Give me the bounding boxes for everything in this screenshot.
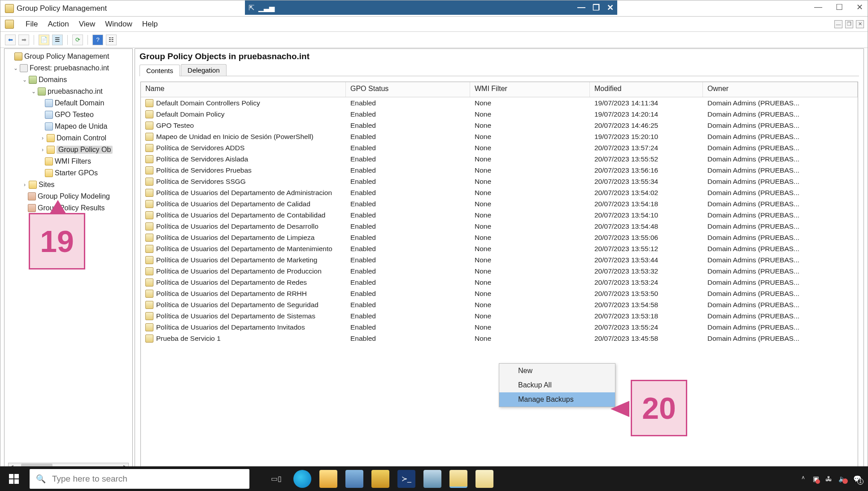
- cell-owner: Domain Admins (PRUEBAS...: [703, 99, 858, 107]
- mdi-minimize-button[interactable]: —: [834, 20, 842, 28]
- inner-minimize-button[interactable]: —: [577, 3, 585, 13]
- table-row[interactable]: Política de Usuarios del Departamento de…: [141, 265, 858, 277]
- table-row[interactable]: Default Domain PolicyEnabledNone19/07/20…: [141, 109, 858, 120]
- tab-delegation[interactable]: Delegation: [181, 64, 227, 76]
- table-row[interactable]: Política de Usuarios del Departamento de…: [141, 221, 858, 232]
- tree-root[interactable]: Group Policy Management: [7, 51, 132, 62]
- tree-item[interactable]: Mapeo de Unida: [7, 121, 132, 132]
- col-wmi[interactable]: WMI Filter: [470, 82, 590, 97]
- tree-item[interactable]: ›Domain Control: [7, 132, 132, 144]
- cell-owner: Domain Admins (PRUEBAS...: [703, 155, 858, 163]
- col-modified[interactable]: Modified: [590, 82, 703, 97]
- tray-notifications-icon[interactable]: 💬1: [853, 475, 862, 483]
- task-view-icon[interactable]: ▭▯: [267, 470, 285, 488]
- inner-restore-button[interactable]: ❐: [593, 3, 600, 13]
- help-button[interactable]: ?: [92, 35, 103, 45]
- table-row[interactable]: Política de Usuarios del Departamento de…: [141, 209, 858, 221]
- tree-forest[interactable]: ⌄Forest: pruebasnacho.int: [7, 62, 132, 74]
- table-row[interactable]: Política de Servidores SSGGEnabledNone20…: [141, 176, 858, 187]
- gpm-taskbar-icon[interactable]: [449, 470, 467, 488]
- gpo-icon: [145, 222, 153, 230]
- start-button[interactable]: [0, 466, 28, 491]
- tree-item[interactable]: Starter GPOs: [7, 167, 132, 179]
- menu-help[interactable]: Help: [142, 20, 158, 29]
- signal-icon: ▁▃▅: [258, 4, 275, 12]
- cell-name: Política de Usuarios del Departamento de…: [156, 245, 332, 253]
- ctx-new[interactable]: New: [499, 364, 615, 378]
- table-row[interactable]: Política de Servidores AisladaEnabledNon…: [141, 153, 858, 165]
- tree-domains[interactable]: ⌄Domains: [7, 74, 132, 86]
- pinned-app-icon[interactable]: [423, 470, 441, 488]
- menu-view[interactable]: View: [79, 20, 96, 29]
- table-row[interactable]: Prueba de Servicio 1EnabledNone20/07/202…: [141, 333, 858, 344]
- tree-domain[interactable]: ⌄pruebasnacho.int: [7, 86, 132, 97]
- tree-sites[interactable]: ›Sites: [7, 179, 132, 191]
- show-hide-button[interactable]: ☰: [52, 35, 63, 45]
- tree-results[interactable]: Group Policy Results: [7, 202, 132, 214]
- ctx-manage-backups[interactable]: Manage Backups: [499, 392, 615, 407]
- cell-wmi: None: [470, 278, 590, 287]
- table-row[interactable]: Política de Usuarios del Departamento de…: [141, 187, 858, 198]
- table-row[interactable]: Política de Servidores PruebasEnabledNon…: [141, 165, 858, 176]
- tray-security-icon[interactable]: ▣: [813, 475, 819, 483]
- col-owner[interactable]: Owner: [703, 82, 858, 97]
- tree-item[interactable]: GPO Testeo: [7, 109, 132, 121]
- cell-name: Política de Usuarios del Departamento de…: [156, 211, 325, 219]
- table-row[interactable]: Política de Usuarios del Departamento de…: [141, 288, 858, 299]
- menu-file[interactable]: File: [26, 20, 38, 29]
- minimize-button[interactable]: —: [814, 2, 822, 12]
- properties-button[interactable]: ☷: [106, 35, 117, 45]
- table-row[interactable]: Política de Usuarios del Departamento de…: [141, 299, 858, 310]
- menu-action[interactable]: Action: [48, 20, 69, 29]
- table-row[interactable]: Política de Usuarios del Departamento de…: [141, 243, 858, 254]
- table-row[interactable]: Política de Usuarios del Departamento de…: [141, 277, 858, 288]
- tree-item[interactable]: WMI Filters: [7, 156, 132, 167]
- table-row[interactable]: Política de Usuarios del Departamento de…: [141, 232, 858, 243]
- forward-button[interactable]: ➡: [18, 35, 29, 45]
- table-row[interactable]: Política de Servidores ADDSEnabledNone20…: [141, 142, 858, 153]
- server-manager-icon[interactable]: [345, 470, 363, 488]
- inner-close-button[interactable]: ✕: [607, 3, 614, 13]
- taskbar-search[interactable]: 🔍 Type here to search: [30, 469, 249, 489]
- table-row[interactable]: GPO TesteoEnabledNone20/07/2023 14:46:25…: [141, 120, 858, 131]
- powershell-icon[interactable]: ≻_: [397, 470, 415, 488]
- edge-icon[interactable]: [293, 470, 311, 488]
- tree-modeling[interactable]: Group Policy Modeling: [7, 191, 132, 202]
- tree-item[interactable]: Default Domain: [7, 97, 132, 109]
- tray-network-icon[interactable]: 🖧: [825, 475, 832, 482]
- cell-owner: Domain Admins (PRUEBAS...: [703, 323, 858, 331]
- table-row[interactable]: Default Domain Controllers PolicyEnabled…: [141, 97, 858, 109]
- cell-name: Política de Usuarios del Departamento de…: [156, 278, 307, 287]
- cell-wmi: None: [470, 312, 590, 320]
- gpo-icon: [145, 166, 153, 174]
- cell-owner: Domain Admins (PRUEBAS...: [703, 234, 858, 242]
- cell-owner: Domain Admins (PRUEBAS...: [703, 144, 858, 152]
- mdi-restore-button[interactable]: ❐: [845, 20, 853, 28]
- notepad-icon[interactable]: [475, 470, 493, 488]
- table-row[interactable]: Política de Usuarios del Departamento de…: [141, 310, 858, 322]
- col-name[interactable]: Name: [141, 82, 346, 97]
- maximize-button[interactable]: ☐: [836, 2, 843, 12]
- refresh-button[interactable]: ⟳: [72, 35, 83, 45]
- table-row[interactable]: Mapeo de Unidad en Inicio de Sesión (Pow…: [141, 131, 858, 142]
- tray-app-icon[interactable]: [371, 470, 389, 488]
- up-button[interactable]: 📄: [39, 35, 49, 45]
- mdi-close-button[interactable]: ✕: [856, 20, 864, 28]
- menu-window[interactable]: Window: [105, 20, 132, 29]
- tab-contents[interactable]: Contents: [140, 65, 180, 76]
- table-row[interactable]: Política de Usuarios del Departamento de…: [141, 198, 858, 209]
- menu-bar: File Action View Window Help — ❐ ✕: [0, 17, 868, 32]
- close-button[interactable]: ✕: [856, 2, 863, 12]
- tray-volume-icon[interactable]: 🔈: [838, 475, 847, 483]
- col-status[interactable]: GPO Status: [346, 82, 470, 97]
- explorer-icon[interactable]: [319, 470, 337, 488]
- cell-modified: 20/07/2023 13:54:10: [590, 211, 703, 219]
- tree-item-gpo-container[interactable]: ›Group Policy Ob: [7, 144, 132, 156]
- ctx-backup-all[interactable]: Backup All: [499, 378, 615, 392]
- back-button[interactable]: ⬅: [5, 35, 16, 45]
- cell-status: Enabled: [346, 144, 470, 152]
- tray-expand-icon[interactable]: ＾: [800, 474, 807, 483]
- cell-status: Enabled: [346, 222, 470, 230]
- table-row[interactable]: Política de Usuarios del Departamento de…: [141, 254, 858, 265]
- table-row[interactable]: Política de Usuarios del Departamento In…: [141, 322, 858, 333]
